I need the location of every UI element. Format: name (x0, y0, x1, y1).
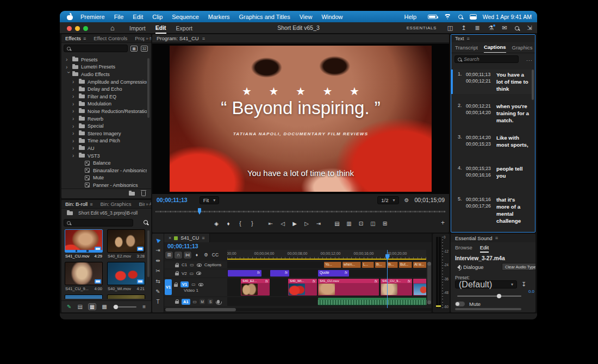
type-tool[interactable]: T (156, 299, 159, 305)
essential-sound-tab[interactable]: Browse (455, 244, 472, 253)
disclosure-icon[interactable]: › (66, 57, 71, 62)
panel-title[interactable]: Text (455, 36, 464, 41)
fx-badge[interactable]: fx (345, 271, 347, 274)
search-icon[interactable] (515, 24, 519, 32)
timeline-zoom-scrollbar[interactable] (164, 308, 432, 311)
effects-tree-item[interactable]: › Reverb (61, 115, 147, 123)
effects-tree-item[interactable]: › Lumetri Presets (61, 64, 147, 71)
voiceover-record-icon[interactable] (217, 300, 220, 304)
mute-toggle[interactable] (455, 302, 465, 306)
track-display-icon[interactable]: ▭ (190, 271, 194, 276)
video-clip[interactable]: S40_WI...fx (288, 279, 317, 296)
panel-tab[interactable]: Effects≡ (65, 35, 86, 41)
selection-tool[interactable]: ◀ (154, 236, 161, 243)
spotlight-search-icon[interactable] (458, 15, 463, 19)
effects-tree-item[interactable]: › Delay and Echo (61, 85, 147, 93)
effects-tree-item[interactable]: › Presets (61, 56, 147, 64)
caption-row[interactable]: 1. 00;00;11;13 00;00;12;21 You have a lo… (451, 70, 534, 94)
disclosure-icon[interactable]: › (72, 108, 78, 114)
track-output-icon[interactable] (196, 272, 201, 275)
timeline-playhead[interactable] (387, 250, 388, 308)
header-nav-item[interactable]: Export (176, 23, 192, 33)
home-icon[interactable]: ⌂ (110, 24, 115, 32)
panel-menu-icon[interactable]: ≡ (202, 36, 205, 41)
step-back-icon[interactable]: ◁ (279, 221, 286, 227)
essential-sound-tab[interactable]: Edit (480, 244, 489, 253)
panel-tab[interactable]: Bin: B-roll≡ (65, 201, 92, 207)
graphic-clip[interactable]: fx (270, 270, 289, 277)
sequence-tab[interactable]: × S41_CU ≡ (164, 234, 210, 242)
clip-thumbnail[interactable] (107, 294, 145, 299)
header-nav-item[interactable]: Import (129, 23, 146, 33)
clip-thumbnail[interactable] (107, 229, 145, 253)
fx-badge[interactable]: fx (257, 271, 260, 274)
bin-clip[interactable] (65, 294, 103, 299)
go-to-in-icon[interactable]: ⇤ (267, 221, 275, 227)
lock-icon[interactable] (175, 301, 179, 304)
menu-item-help[interactable]: Help (404, 14, 417, 20)
disclosure-icon[interactable]: › (66, 64, 71, 70)
minimize-window-button[interactable] (75, 26, 80, 31)
panel-tab[interactable]: Bin: Graphics≡ (100, 201, 131, 207)
panel-menu-icon[interactable]: ≡ (83, 36, 86, 41)
disclosure-icon[interactable]: › (72, 101, 78, 107)
caption-text[interactable]: You have a lot of time to think (496, 71, 530, 92)
audio-type-label[interactable]: Dialogue (463, 264, 484, 270)
caption-text[interactable]: when you're training for a match. (496, 103, 530, 124)
track-output-icon[interactable] (198, 283, 203, 286)
step-forward-icon[interactable]: ▷ (303, 221, 310, 227)
scrollbar[interactable] (147, 230, 149, 277)
close-window-button[interactable] (67, 26, 72, 31)
track-display-icon[interactable]: ▭ (190, 262, 194, 267)
time-ruler[interactable]: ;00;0000;00;04;0000;00;08;0000;00;12;000… (227, 250, 426, 260)
scrollbar[interactable] (147, 58, 149, 118)
tab-overflow-icon[interactable]: » (145, 36, 149, 41)
track-display-icon[interactable]: ▭ (191, 282, 196, 287)
export-frame-icon[interactable]: ⊡ (358, 221, 365, 227)
play-icon[interactable]: ▶ (291, 221, 298, 227)
comparison-view-icon[interactable]: ◫ (370, 221, 377, 227)
scrollbar[interactable] (532, 70, 534, 100)
pen-tool[interactable]: ✎ (155, 288, 160, 294)
lock-icon[interactable] (175, 265, 179, 267)
video-clip[interactable]: S41_CU.movfx (318, 279, 379, 296)
track-select-forward-tool[interactable]: ⇥ (155, 247, 160, 253)
disclosure-icon[interactable]: › (72, 130, 78, 136)
caption-clip[interactable]: th... (375, 262, 386, 268)
panel-menu-icon[interactable]: ≡ (495, 235, 498, 241)
mute-track-button[interactable]: M (200, 299, 205, 304)
caption-row[interactable]: 5. 00;00;16;16 00;00;17;26 that it's mor… (451, 194, 534, 226)
panel-title[interactable]: Program: S41_CU (157, 35, 199, 41)
video-frame[interactable]: ★ ★ ★ ★ ★ “ Beyond inspiring. ” TATIANA … (170, 46, 432, 192)
text-panel-tab[interactable]: Transcript (455, 42, 478, 53)
tab-overflow-icon[interactable]: » (145, 202, 149, 207)
effects-tree-item[interactable]: › Stereo Imagery (61, 130, 147, 137)
disclosure-icon[interactable]: › (72, 153, 78, 159)
caption-text[interactable]: that it's more of a mental challenge (496, 196, 530, 224)
lock-icon[interactable] (175, 273, 179, 275)
icon-view-icon[interactable]: ▦ (89, 304, 96, 310)
zoom-window-button[interactable] (83, 26, 88, 31)
graphic-clip[interactable]: Quote fx (318, 270, 349, 277)
wrench-icon[interactable]: ⚙ (202, 252, 210, 259)
track-output-icon[interactable] (197, 263, 202, 267)
effects-tree-item[interactable]: › Time and Pitch (61, 137, 147, 145)
menubar-clock[interactable]: Wed 1 Apr 9:41 AM (483, 14, 532, 20)
marker-icon[interactable]: ♦ (225, 221, 232, 227)
audio-meters-panel[interactable]: 0-12-24-36-48-60 (433, 234, 450, 312)
video-clip[interactable]: S41_CU_9...fx (381, 279, 412, 296)
effects-tree-item[interactable]: Panner - Ambisonics (61, 181, 147, 188)
add-marker-icon[interactable]: ◈ (213, 221, 220, 227)
fx-badge[interactable]: fx (285, 271, 288, 274)
effects-tree-item[interactable]: Binauralizer - Ambisonics (61, 167, 147, 174)
volume-slider[interactable] (457, 296, 521, 297)
add-marker-icon[interactable]: ♦ (193, 252, 201, 259)
control-center-icon[interactable] (470, 14, 476, 20)
workspaces-icon[interactable]: ≣ (474, 24, 481, 32)
track-target-v1[interactable]: V1 (180, 281, 189, 287)
effects-tree-item[interactable]: › Filter and EQ (61, 93, 147, 101)
more-options-icon[interactable]: ··· (526, 58, 533, 63)
caption-text[interactable]: Like with most sports, (496, 134, 530, 155)
nest-toggle-icon[interactable]: ⊞ (165, 252, 173, 259)
button-editor-icon[interactable]: + (441, 219, 445, 227)
